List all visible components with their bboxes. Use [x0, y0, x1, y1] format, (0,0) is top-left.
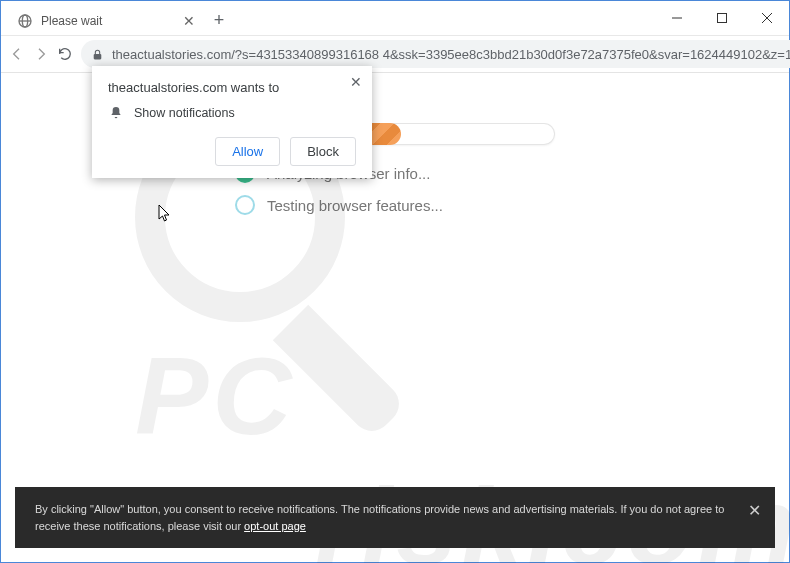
back-button[interactable]: [9, 42, 25, 66]
new-tab-button[interactable]: +: [205, 6, 233, 35]
notification-permission-popup: ✕ theactualstories.com wants to Show not…: [92, 66, 372, 178]
globe-icon: [17, 13, 33, 29]
svg-rect-4: [717, 14, 726, 23]
allow-button[interactable]: Allow: [215, 137, 280, 166]
tab-close-button[interactable]: ✕: [183, 13, 195, 29]
url-text: theactualstories.com/?s=4315334089931616…: [112, 47, 790, 62]
tab-title: Please wait: [41, 14, 175, 28]
banner-close-button[interactable]: ✕: [748, 499, 761, 523]
maximize-button[interactable]: [699, 1, 744, 35]
minimize-button[interactable]: [654, 1, 699, 35]
reload-button[interactable]: [57, 42, 73, 66]
status-item: Testing browser features...: [235, 195, 555, 215]
lock-icon: [91, 48, 104, 61]
block-button[interactable]: Block: [290, 137, 356, 166]
status-text: Testing browser features...: [267, 197, 443, 214]
window-controls: [654, 1, 789, 35]
consent-banner: By clicking "Allow" button, you consent …: [15, 487, 775, 548]
browser-tab[interactable]: Please wait ✕: [7, 6, 205, 35]
forward-button[interactable]: [33, 42, 49, 66]
bell-icon: [108, 105, 124, 121]
close-button[interactable]: [744, 1, 789, 35]
popup-close-button[interactable]: ✕: [350, 74, 362, 90]
titlebar: Please wait ✕ +: [1, 1, 789, 36]
omnibox[interactable]: theactualstories.com/?s=4315334089931616…: [81, 40, 790, 68]
browser-window: PC risk.com Please wait ✕ + theactualsto…: [0, 0, 790, 563]
spinner-icon: [235, 195, 255, 215]
consent-text: By clicking "Allow" button, you consent …: [35, 503, 724, 532]
popup-title: theactualstories.com wants to: [108, 80, 356, 95]
permission-label: Show notifications: [134, 106, 235, 120]
opt-out-link[interactable]: opt-out page: [244, 520, 306, 532]
svg-rect-7: [94, 53, 102, 58]
